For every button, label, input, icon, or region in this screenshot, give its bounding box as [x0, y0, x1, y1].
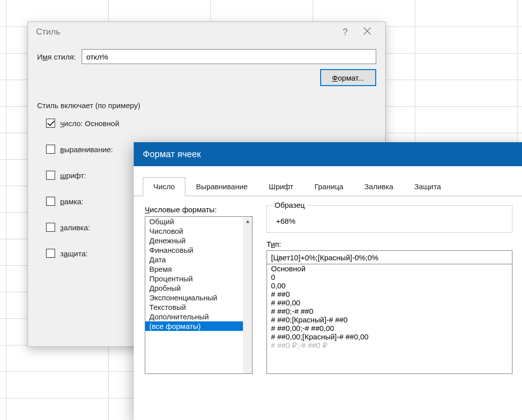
- tab-fill[interactable]: Заливка: [354, 177, 404, 196]
- format-code-item[interactable]: 0: [267, 273, 512, 281]
- checkbox-icon[interactable]: [46, 119, 55, 128]
- checkbox-icon[interactable]: [46, 197, 55, 206]
- tab-border[interactable]: Граница: [304, 177, 354, 196]
- categories-label: Числовые форматы:: [145, 205, 252, 214]
- scrollbar[interactable]: [243, 217, 252, 373]
- style-dialog-title: Стиль: [36, 27, 334, 37]
- check-protection-label: защита:: [60, 249, 88, 258]
- style-dialog-titlebar[interactable]: Стиль ?: [28, 22, 385, 42]
- checkbox-icon[interactable]: [46, 171, 55, 180]
- category-item[interactable]: Экспоненциальный: [145, 293, 243, 302]
- check-border-label: рамка:: [60, 197, 83, 206]
- format-cells-tabs: Число Выравнивание Шрифт Граница Заливка…: [134, 175, 522, 196]
- tab-font[interactable]: Шрифт: [258, 177, 304, 196]
- sample-fieldset: Образец +68%: [267, 205, 512, 233]
- category-item[interactable]: Время: [145, 264, 243, 274]
- help-icon[interactable]: ?: [334, 27, 356, 38]
- style-includes-label: Стиль включает (по примеру): [37, 101, 376, 110]
- sample-legend: Образец: [272, 201, 307, 209]
- category-item[interactable]: Числовой: [145, 226, 243, 236]
- format-button[interactable]: Формат...: [320, 69, 376, 86]
- checkbox-icon[interactable]: [46, 145, 55, 154]
- category-item[interactable]: Дата: [145, 255, 243, 264]
- svg-marker-2: [245, 220, 249, 222]
- category-item[interactable]: Текстовый: [145, 302, 243, 312]
- category-item[interactable]: (все форматы): [145, 321, 243, 331]
- checkbox-icon[interactable]: [46, 249, 55, 258]
- format-code-item[interactable]: # ##0,00;[Красный]-# ##0,00: [267, 332, 512, 341]
- category-item[interactable]: Денежный: [145, 236, 243, 245]
- checkbox-icon[interactable]: [46, 223, 55, 232]
- category-item[interactable]: Процентный: [145, 274, 243, 283]
- format-code-item[interactable]: 0,00: [267, 281, 512, 290]
- format-code-item[interactable]: # ##0,00;-# ##0,00: [267, 324, 512, 332]
- format-code-item[interactable]: # ##0;-# ##0: [267, 307, 512, 315]
- style-name-input[interactable]: [82, 49, 376, 64]
- close-icon[interactable]: [356, 27, 378, 38]
- category-item[interactable]: Финансовый: [145, 245, 243, 255]
- format-cells-dialog: Формат ячеек Число Выравнивание Шрифт Гр…: [134, 142, 522, 420]
- style-name-label: Имя стиля:: [37, 53, 76, 61]
- category-item[interactable]: Дополнительный: [145, 312, 243, 321]
- type-input[interactable]: [267, 250, 512, 264]
- category-item[interactable]: Общий: [145, 217, 243, 226]
- format-codes-listbox[interactable]: Основной00,00# ##0# ##0,00# ##0;-# ##0# …: [267, 264, 512, 374]
- format-cells-titlebar[interactable]: Формат ячеек: [134, 142, 522, 166]
- check-number[interactable]: число: Основной: [46, 119, 376, 128]
- check-number-label: число: Основной: [60, 119, 119, 128]
- format-code-item[interactable]: # ##0;[Красный]-# ##0: [267, 315, 512, 324]
- check-font-label: шрифт:: [60, 171, 86, 180]
- format-code-item[interactable]: Основной: [267, 264, 512, 273]
- check-fill-label: заливка:: [60, 223, 90, 232]
- type-label: Тип:: [267, 240, 512, 248]
- tab-number[interactable]: Число: [143, 177, 185, 196]
- tab-protection[interactable]: Защита: [404, 177, 451, 196]
- format-cells-title: Формат ячеек: [143, 149, 201, 160]
- categories-listbox[interactable]: ОбщийЧисловойДенежныйФинансовыйДатаВремя…: [145, 216, 252, 374]
- check-alignment-label: выравнивание:: [60, 145, 113, 154]
- format-code-item[interactable]: # ##0,00: [267, 298, 512, 307]
- tab-alignment[interactable]: Выравнивание: [185, 177, 258, 196]
- sample-value: +68%: [274, 215, 505, 225]
- format-code-item[interactable]: # ##0: [267, 290, 512, 298]
- format-code-item[interactable]: # ##0 ₽;-# ##0 ₽: [267, 341, 512, 350]
- scroll-up-icon[interactable]: [243, 217, 252, 226]
- category-item[interactable]: Дробный: [145, 283, 243, 293]
